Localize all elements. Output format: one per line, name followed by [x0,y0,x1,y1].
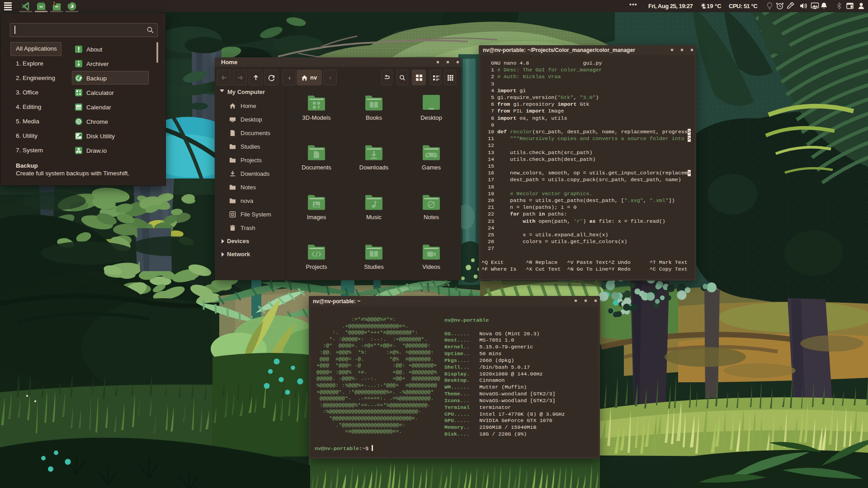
svg-text:2: 2 [53,1,56,6]
